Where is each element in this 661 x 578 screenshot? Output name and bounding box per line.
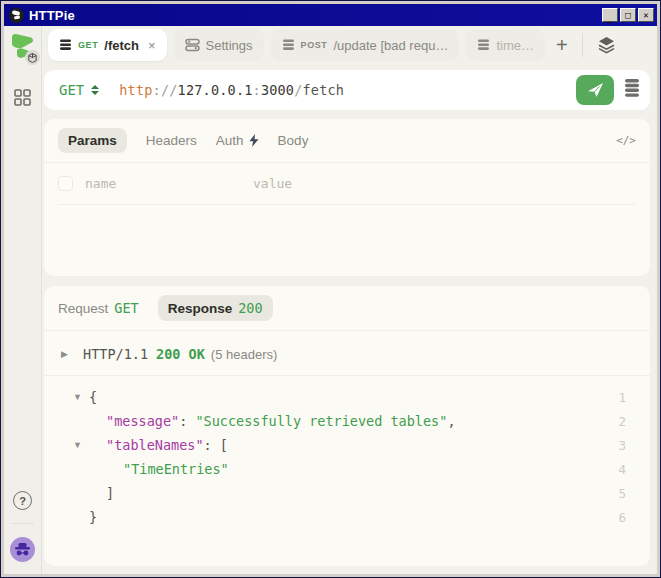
window-app-icon bbox=[9, 8, 24, 23]
incognito-avatar[interactable] bbox=[10, 537, 35, 562]
tab-method: GET bbox=[78, 40, 98, 50]
editor-tab-label: Params bbox=[68, 133, 117, 148]
code-line[interactable]: "TimeEntries"4 bbox=[44, 457, 650, 481]
tab-response-label: Response bbox=[168, 301, 233, 316]
tab-label: /update [bad requ… bbox=[333, 38, 448, 53]
method-selector-value: GET bbox=[59, 82, 84, 98]
tab-label: /fetch bbox=[104, 38, 139, 53]
tab-label: time… bbox=[496, 38, 534, 53]
tab--fetch[interactable]: GET/fetch× bbox=[48, 29, 167, 61]
tab-body[interactable]: Body bbox=[278, 133, 309, 148]
json-key: "message" bbox=[106, 413, 179, 429]
app-body: ? GET/fetch×SettingsPOST/update [bad req… bbox=[4, 26, 657, 574]
status-protocol: HTTP/1.1 bbox=[83, 346, 148, 362]
help-icon[interactable]: ? bbox=[13, 491, 32, 510]
line-number: 4 bbox=[618, 462, 650, 477]
divider bbox=[58, 204, 636, 205]
code-line[interactable]: ]5 bbox=[44, 481, 650, 505]
status-code: 200 OK bbox=[156, 346, 205, 362]
editor-tab-label: Body bbox=[278, 133, 309, 148]
collections-grid-icon[interactable] bbox=[14, 89, 31, 110]
window-titlebar[interactable]: HTTPie _□✕ bbox=[4, 4, 657, 26]
httpie-logo[interactable] bbox=[10, 33, 36, 63]
bolt-icon bbox=[249, 134, 259, 147]
tab-settings[interactable]: Settings bbox=[174, 29, 264, 61]
database-stack-icon[interactable] bbox=[623, 77, 641, 103]
maximize-button[interactable]: □ bbox=[620, 8, 636, 22]
window-title: HTTPie bbox=[29, 8, 75, 23]
code-line[interactable]: ▼"tableNames": [3 bbox=[44, 433, 650, 457]
left-sidebar: ? bbox=[4, 26, 42, 574]
line-number: 5 bbox=[618, 486, 650, 501]
tab-label: Settings bbox=[206, 38, 253, 53]
request-editor-tabs: ParamsHeadersAuthBody</> bbox=[44, 119, 650, 162]
url-segment-scheme: http bbox=[119, 82, 152, 98]
response-status-line[interactable]: ▶ HTTP/1.1 200 OK (5 headers) bbox=[44, 331, 650, 375]
code-line[interactable]: }6 bbox=[44, 505, 650, 529]
tab-headers[interactable]: Headers bbox=[146, 133, 197, 148]
tab-response[interactable]: Response 200 bbox=[158, 295, 273, 321]
param-row: name value bbox=[44, 163, 650, 204]
layers-icon[interactable] bbox=[593, 36, 620, 54]
fold-closed-icon[interactable]: ▶ bbox=[61, 349, 76, 359]
code-text: { bbox=[89, 389, 97, 405]
json-pun: : [ bbox=[204, 437, 228, 453]
json-pun: { bbox=[89, 389, 97, 405]
editor-tab-label: Auth bbox=[216, 133, 244, 148]
response-body[interactable]: ▼{1"message": "Successfully retrieved ta… bbox=[44, 376, 650, 566]
requests-stack-icon bbox=[477, 38, 490, 52]
code-view-toggle[interactable]: </> bbox=[616, 134, 636, 147]
code-text: ] bbox=[106, 485, 114, 501]
send-button[interactable] bbox=[576, 75, 614, 105]
tab-time-[interactable]: time… bbox=[466, 29, 545, 61]
chevron-updown-icon bbox=[91, 85, 99, 95]
json-str: "TimeEntries" bbox=[123, 461, 229, 477]
status-headers-note: (5 headers) bbox=[211, 347, 277, 362]
new-tab-button[interactable]: + bbox=[552, 34, 572, 57]
line-number: 3 bbox=[618, 438, 650, 453]
editor-tab-label: Headers bbox=[146, 133, 197, 148]
url-segment-sep: :// bbox=[153, 82, 178, 98]
requests-stack-icon bbox=[59, 38, 72, 52]
line-number: 1 bbox=[618, 390, 650, 405]
param-name-input[interactable]: name bbox=[85, 176, 253, 191]
json-pun: ] bbox=[106, 485, 114, 501]
method-selector[interactable]: GET bbox=[59, 82, 99, 98]
app-window: HTTPie _□✕ ? bbox=[0, 0, 661, 578]
code-line[interactable]: ▼{1 bbox=[44, 385, 650, 409]
code-text: "tableNames": [ bbox=[106, 437, 228, 453]
tab-strip: GET/fetch×SettingsPOST/update [bad requ…… bbox=[44, 26, 650, 64]
param-value-input[interactable]: value bbox=[253, 176, 292, 191]
paper-plane-icon bbox=[587, 82, 604, 98]
minimize-button[interactable]: _ bbox=[602, 8, 618, 22]
tab-auth[interactable]: Auth bbox=[216, 133, 259, 148]
fold-open-icon[interactable]: ▼ bbox=[73, 440, 89, 450]
code-line[interactable]: "message": "Successfully retrieved table… bbox=[44, 409, 650, 433]
url-input[interactable]: http://127.0.0.1:3000/fetch bbox=[119, 82, 344, 98]
url-segment-host: 3000 bbox=[261, 82, 294, 98]
code-text: "TimeEntries" bbox=[123, 461, 229, 477]
url-segment-sep: : bbox=[253, 82, 261, 98]
close-icon[interactable]: × bbox=[148, 38, 156, 53]
sidebar-divider bbox=[12, 523, 34, 524]
tab-request-method: GET bbox=[114, 300, 138, 316]
tab--update-bad-requ-[interactable]: POST/update [bad requ… bbox=[271, 29, 460, 61]
json-pun: , bbox=[447, 413, 455, 429]
param-checkbox[interactable] bbox=[58, 176, 73, 191]
url-segment-host: 127.0.0.1 bbox=[178, 82, 253, 98]
close-button[interactable]: ✕ bbox=[638, 8, 654, 22]
divider bbox=[582, 33, 583, 57]
tab-response-status: 200 bbox=[238, 300, 262, 316]
environment-cube-icon[interactable] bbox=[25, 50, 40, 65]
window-controls: _□✕ bbox=[602, 8, 654, 22]
code-text: } bbox=[89, 509, 97, 525]
fold-open-icon[interactable]: ▼ bbox=[73, 392, 89, 402]
json-pun: } bbox=[89, 509, 97, 525]
response-panel-tabs: Request GET Response 200 bbox=[44, 286, 650, 330]
json-pun: : bbox=[179, 413, 195, 429]
settings-icon bbox=[185, 38, 200, 52]
tab-params[interactable]: Params bbox=[58, 128, 127, 153]
tab-method: POST bbox=[301, 40, 328, 50]
requests-stack-icon bbox=[282, 38, 295, 52]
tab-request[interactable]: Request GET bbox=[58, 300, 139, 316]
